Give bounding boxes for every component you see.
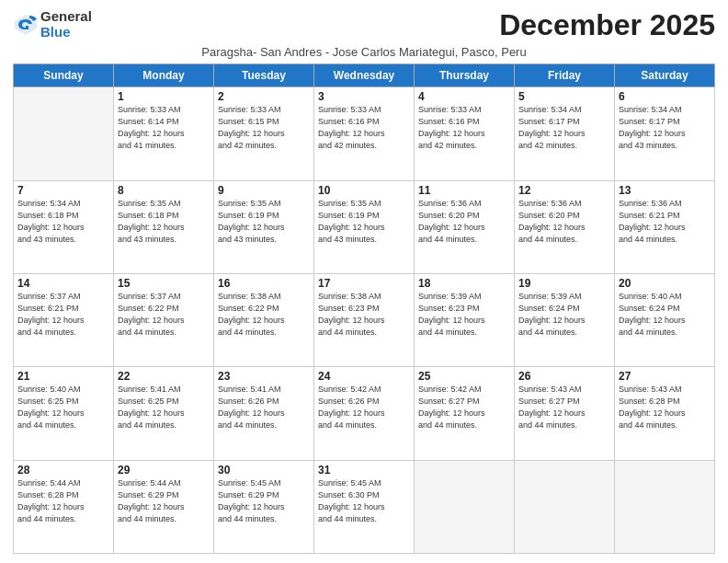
day-number: 9 [218, 184, 310, 197]
weekday-header-saturday: Saturday [615, 64, 715, 87]
day-info: Sunrise: 5:34 AM Sunset: 6:17 PM Dayligh… [518, 104, 610, 152]
day-number: 4 [418, 90, 510, 103]
day-info: Sunrise: 5:35 AM Sunset: 6:19 PM Dayligh… [218, 198, 310, 246]
day-info: Sunrise: 5:36 AM Sunset: 6:21 PM Dayligh… [619, 198, 711, 246]
subtitle: Paragsha- San Andres - Jose Carlos Maria… [13, 45, 715, 59]
day-number: 7 [17, 184, 109, 197]
day-number: 21 [17, 370, 109, 383]
calendar-cell [415, 460, 515, 553]
day-info: Sunrise: 5:33 AM Sunset: 6:14 PM Dayligh… [118, 104, 210, 152]
calendar-cell: 21Sunrise: 5:40 AM Sunset: 6:25 PM Dayli… [14, 367, 114, 460]
day-number: 11 [418, 184, 510, 197]
calendar-week-row: 28Sunrise: 5:44 AM Sunset: 6:28 PM Dayli… [14, 460, 715, 553]
day-number: 25 [418, 370, 510, 383]
day-number: 29 [118, 464, 210, 477]
page: General Blue December 2025 Paragsha- San… [0, 0, 728, 563]
day-info: Sunrise: 5:41 AM Sunset: 6:25 PM Dayligh… [118, 384, 210, 431]
calendar-cell: 4Sunrise: 5:33 AM Sunset: 6:16 PM Daylig… [415, 87, 515, 180]
calendar-week-row: 7Sunrise: 5:34 AM Sunset: 6:18 PM Daylig… [14, 180, 715, 273]
day-number: 26 [518, 370, 610, 383]
day-info: Sunrise: 5:35 AM Sunset: 6:18 PM Dayligh… [118, 198, 210, 246]
day-info: Sunrise: 5:43 AM Sunset: 6:27 PM Dayligh… [518, 384, 610, 431]
day-info: Sunrise: 5:37 AM Sunset: 6:21 PM Dayligh… [17, 291, 109, 339]
calendar-cell: 28Sunrise: 5:44 AM Sunset: 6:28 PM Dayli… [14, 460, 114, 553]
day-number: 10 [318, 184, 410, 197]
day-number: 3 [318, 90, 410, 103]
day-number: 18 [418, 277, 510, 290]
day-number: 8 [118, 184, 210, 197]
day-info: Sunrise: 5:43 AM Sunset: 6:28 PM Dayligh… [619, 384, 711, 431]
day-number: 6 [619, 90, 711, 103]
day-info: Sunrise: 5:44 AM Sunset: 6:29 PM Dayligh… [118, 477, 210, 525]
day-number: 17 [318, 277, 410, 290]
calendar-cell: 22Sunrise: 5:41 AM Sunset: 6:25 PM Dayli… [114, 367, 214, 460]
weekday-header-thursday: Thursday [415, 64, 515, 87]
calendar-week-row: 14Sunrise: 5:37 AM Sunset: 6:21 PM Dayli… [14, 273, 715, 366]
calendar-cell: 6Sunrise: 5:34 AM Sunset: 6:17 PM Daylig… [615, 87, 715, 180]
day-info: Sunrise: 5:45 AM Sunset: 6:29 PM Dayligh… [218, 477, 310, 525]
day-number: 13 [619, 184, 711, 197]
weekday-header-row: SundayMondayTuesdayWednesdayThursdayFrid… [14, 64, 715, 87]
calendar-cell: 29Sunrise: 5:44 AM Sunset: 6:29 PM Dayli… [114, 460, 214, 553]
calendar-cell: 14Sunrise: 5:37 AM Sunset: 6:21 PM Dayli… [14, 273, 114, 366]
weekday-header-sunday: Sunday [14, 64, 114, 87]
day-info: Sunrise: 5:40 AM Sunset: 6:24 PM Dayligh… [619, 291, 711, 339]
calendar-cell: 16Sunrise: 5:38 AM Sunset: 6:22 PM Dayli… [214, 273, 314, 366]
month-title: December 2025 [499, 9, 715, 41]
logo: General Blue [13, 9, 92, 40]
day-info: Sunrise: 5:45 AM Sunset: 6:30 PM Dayligh… [318, 477, 410, 525]
weekday-header-monday: Monday [114, 64, 214, 87]
day-number: 2 [218, 90, 310, 103]
day-info: Sunrise: 5:41 AM Sunset: 6:26 PM Dayligh… [218, 384, 310, 431]
day-number: 23 [218, 370, 310, 383]
calendar-cell: 12Sunrise: 5:36 AM Sunset: 6:20 PM Dayli… [515, 180, 615, 273]
calendar-cell [615, 460, 715, 553]
day-number: 24 [318, 370, 410, 383]
calendar-table: SundayMondayTuesdayWednesdayThursdayFrid… [13, 63, 715, 554]
day-number: 5 [518, 90, 610, 103]
day-info: Sunrise: 5:38 AM Sunset: 6:22 PM Dayligh… [218, 291, 310, 339]
calendar-cell: 13Sunrise: 5:36 AM Sunset: 6:21 PM Dayli… [615, 180, 715, 273]
calendar-cell [515, 460, 615, 553]
weekday-header-friday: Friday [515, 64, 615, 87]
calendar-cell: 17Sunrise: 5:38 AM Sunset: 6:23 PM Dayli… [314, 273, 415, 366]
day-info: Sunrise: 5:42 AM Sunset: 6:27 PM Dayligh… [418, 384, 510, 431]
calendar-cell: 20Sunrise: 5:40 AM Sunset: 6:24 PM Dayli… [615, 273, 715, 366]
calendar-cell: 18Sunrise: 5:39 AM Sunset: 6:23 PM Dayli… [415, 273, 515, 366]
calendar-cell: 25Sunrise: 5:42 AM Sunset: 6:27 PM Dayli… [415, 367, 515, 460]
day-number: 30 [218, 464, 310, 477]
day-number: 12 [518, 184, 610, 197]
day-info: Sunrise: 5:42 AM Sunset: 6:26 PM Dayligh… [318, 384, 410, 431]
calendar-cell: 31Sunrise: 5:45 AM Sunset: 6:30 PM Dayli… [314, 460, 415, 553]
day-number: 1 [118, 90, 210, 103]
day-info: Sunrise: 5:34 AM Sunset: 6:17 PM Dayligh… [619, 104, 711, 152]
day-number: 22 [118, 370, 210, 383]
day-info: Sunrise: 5:39 AM Sunset: 6:24 PM Dayligh… [518, 291, 610, 339]
logo-icon [13, 12, 39, 38]
calendar-cell: 5Sunrise: 5:34 AM Sunset: 6:17 PM Daylig… [515, 87, 615, 180]
day-info: Sunrise: 5:35 AM Sunset: 6:19 PM Dayligh… [318, 198, 410, 246]
calendar-cell: 11Sunrise: 5:36 AM Sunset: 6:20 PM Dayli… [415, 180, 515, 273]
header: General Blue December 2025 [13, 9, 715, 41]
day-number: 19 [518, 277, 610, 290]
day-info: Sunrise: 5:40 AM Sunset: 6:25 PM Dayligh… [17, 384, 109, 431]
day-info: Sunrise: 5:44 AM Sunset: 6:28 PM Dayligh… [17, 477, 109, 525]
day-info: Sunrise: 5:34 AM Sunset: 6:18 PM Dayligh… [17, 198, 109, 246]
calendar-cell: 2Sunrise: 5:33 AM Sunset: 6:15 PM Daylig… [214, 87, 314, 180]
calendar-cell: 26Sunrise: 5:43 AM Sunset: 6:27 PM Dayli… [515, 367, 615, 460]
day-info: Sunrise: 5:36 AM Sunset: 6:20 PM Dayligh… [518, 198, 610, 246]
logo-text: General Blue [40, 9, 92, 40]
day-number: 16 [218, 277, 310, 290]
calendar-cell: 8Sunrise: 5:35 AM Sunset: 6:18 PM Daylig… [114, 180, 214, 273]
day-info: Sunrise: 5:36 AM Sunset: 6:20 PM Dayligh… [418, 198, 510, 246]
day-number: 15 [118, 277, 210, 290]
day-number: 31 [318, 464, 410, 477]
day-number: 28 [17, 464, 109, 477]
calendar-cell [14, 87, 114, 180]
weekday-header-wednesday: Wednesday [314, 64, 415, 87]
calendar-cell: 27Sunrise: 5:43 AM Sunset: 6:28 PM Dayli… [615, 367, 715, 460]
day-info: Sunrise: 5:39 AM Sunset: 6:23 PM Dayligh… [418, 291, 510, 339]
logo-general: General [40, 9, 92, 25]
day-number: 20 [619, 277, 711, 290]
calendar-cell: 15Sunrise: 5:37 AM Sunset: 6:22 PM Dayli… [114, 273, 214, 366]
